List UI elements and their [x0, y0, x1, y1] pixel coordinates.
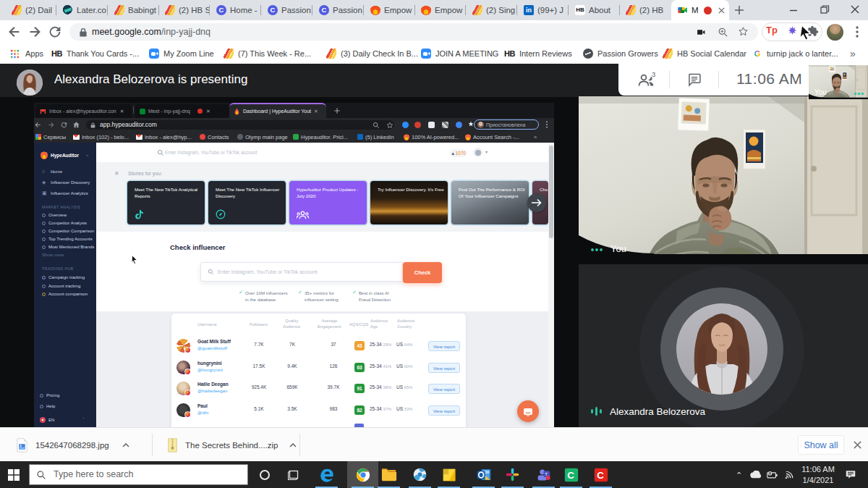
- svg-text:C: C: [567, 470, 574, 481]
- svg-text:3: 3: [652, 72, 655, 78]
- svg-text:C: C: [597, 470, 604, 481]
